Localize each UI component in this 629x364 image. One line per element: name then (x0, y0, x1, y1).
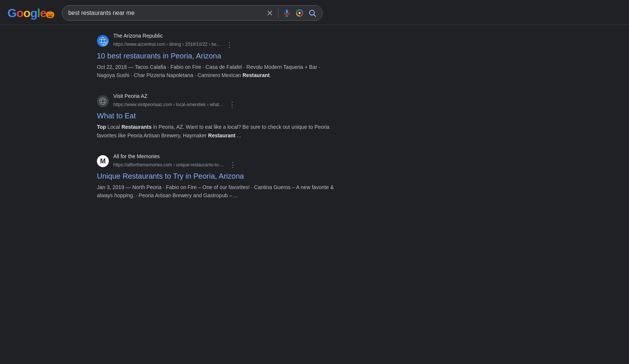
source-url: https://www.azcentral.com › dining › 201… (113, 41, 220, 48)
svg-rect-0 (286, 10, 288, 14)
source-name: The Arizona Republic (113, 32, 234, 40)
close-icon (266, 9, 274, 17)
clear-search-button[interactable] (266, 9, 274, 17)
search-button[interactable] (308, 9, 316, 17)
search-divider (278, 9, 278, 17)
favicon (97, 95, 109, 107)
lens-icon (295, 9, 304, 17)
favicon: M (97, 155, 109, 167)
source-info: All for the Memories https://allfortheme… (113, 153, 238, 170)
result-title[interactable]: What to Eat (97, 111, 335, 121)
source-row: https://www.azcentral.com › dining › 201… (113, 40, 234, 50)
source-name: All for the Memories (113, 153, 238, 160)
more-options-button[interactable]: ⋮ (227, 100, 237, 109)
result-title[interactable]: Unique Restaurants to Try in Peoria, Ari… (97, 171, 335, 181)
result-title[interactable]: 10 best restaurants in Peoria, Arizona (97, 51, 335, 61)
result-source: The Arizona Republic https://www.azcentr… (97, 32, 335, 50)
result-source: Visit Peoria AZ https://www.visitpeoriaa… (97, 93, 335, 110)
source-row: https://allforthememories.com › unique-r… (113, 160, 238, 170)
svg-point-4 (298, 12, 301, 14)
microphone-icon (283, 9, 291, 17)
source-url: https://www.visitpeoriaaz.com › local-am… (113, 102, 223, 108)
source-url: https://allforthememories.com › unique-r… (113, 162, 224, 168)
google-logo: Google🎃 (7, 7, 54, 19)
image-search-button[interactable] (295, 9, 304, 17)
search-bar-icons (266, 9, 316, 17)
result-source: M All for the Memories https://allforthe… (97, 153, 335, 170)
search-results: The Arizona Republic https://www.azcentr… (0, 25, 335, 220)
voice-search-button[interactable] (283, 9, 291, 17)
result-item: The Arizona Republic https://www.azcentr… (97, 32, 335, 79)
favicon-letter: M (100, 157, 106, 165)
result-item: M All for the Memories https://allforthe… (97, 153, 335, 200)
result-snippet: Jan 3, 2019 — North Peoria · Fabio on Fi… (97, 183, 335, 199)
favicon-image (98, 36, 108, 46)
source-info: The Arizona Republic https://www.azcentr… (113, 32, 234, 50)
svg-line-6 (314, 15, 316, 16)
header: Google🎃 (0, 0, 629, 25)
result-snippet: Oct 22, 2018 — Tacos Calafia · Fabio on … (97, 63, 335, 79)
result-snippet: Top Local Restaurants in Peoria, AZ. Wan… (97, 123, 335, 139)
pumpkin-decoration: 🎃 (45, 10, 54, 18)
more-options-button[interactable]: ⋮ (225, 40, 234, 50)
result-item: Visit Peoria AZ https://www.visitpeoriaa… (97, 93, 335, 140)
favicon (97, 35, 109, 47)
source-row: https://www.visitpeoriaaz.com › local-am… (113, 100, 237, 109)
search-input[interactable] (68, 10, 262, 16)
search-bar (62, 5, 323, 21)
source-info: Visit Peoria AZ https://www.visitpeoriaa… (113, 93, 237, 110)
search-icon (308, 9, 316, 17)
globe-icon (99, 97, 107, 105)
more-options-button[interactable]: ⋮ (228, 160, 238, 170)
source-name: Visit Peoria AZ (113, 93, 237, 100)
